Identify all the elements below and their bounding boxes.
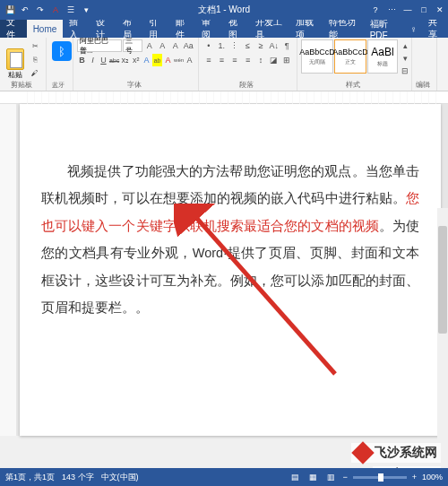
tab-home[interactable]: Home xyxy=(27,20,64,38)
document-area: 视频提供了功能强大的方法帮助您证明您的观点。当您单击联机视频时，可以在想要添加的… xyxy=(0,104,448,436)
line-spacing-icon[interactable]: ↕ xyxy=(254,54,267,66)
ribbon-options-icon[interactable]: ⋯ xyxy=(383,0,400,20)
tab-special[interactable]: 特色功能 xyxy=(323,20,363,38)
text-effects-icon[interactable]: A xyxy=(142,54,151,66)
tab-review[interactable]: 审阅 xyxy=(195,20,222,38)
style-item-normal[interactable]: AaBbCcD 正文 xyxy=(334,39,366,74)
font-color-button[interactable]: A xyxy=(163,54,173,66)
superscript-icon[interactable]: x² xyxy=(131,54,141,66)
clear-format-icon[interactable]: Aa xyxy=(182,39,194,52)
zoom-level[interactable]: 100% xyxy=(422,473,443,482)
share-button[interactable]: 共享 xyxy=(423,20,448,38)
group-label: 编辑 xyxy=(412,80,433,90)
window-title: 文档1 - Word xyxy=(198,4,250,16)
copy-icon[interactable]: ⎘ xyxy=(28,53,42,65)
save-icon[interactable]: 💾 xyxy=(4,4,16,16)
tab-references[interactable]: 引用 xyxy=(142,20,169,38)
zoom-in-icon[interactable]: + xyxy=(412,473,417,482)
group-styles: AaBbCcD 无间隔 AaBbCcD 正文 AaBl 标题 ▴ ▾ ⊟ 样式 xyxy=(297,38,412,91)
align-center-icon[interactable]: ≡ xyxy=(216,54,228,66)
underline-button[interactable]: U xyxy=(99,54,108,66)
tab-layout[interactable]: 布局 xyxy=(116,20,143,38)
help-icon[interactable]: ? xyxy=(367,0,383,20)
tab-tellme[interactable]: ♀ xyxy=(404,20,424,38)
group-clipboard: 粘贴 ✂ ⎘ 🖌 剪贴板 xyxy=(0,38,47,91)
style-item-nogap[interactable]: AaBbCcD 无间隔 xyxy=(301,39,333,74)
horizontal-ruler[interactable] xyxy=(0,91,448,104)
scroll-thumb[interactable] xyxy=(438,226,447,334)
tab-view[interactable]: 视图 xyxy=(222,20,249,38)
paste-icon xyxy=(6,48,24,70)
numbering-icon[interactable]: 1. xyxy=(216,39,228,52)
group-editing: 编辑 xyxy=(412,38,437,91)
group-label: 剪贴板 xyxy=(0,80,42,90)
font-size-combo[interactable]: 三号 xyxy=(123,39,142,52)
cut-icon[interactable]: ✂ xyxy=(28,39,42,52)
group-paragraph: • 1. ⋮ ≤ ≥ A↓ ¶ ≡ ≡ ≡ ≡ ↕ ◪ ⊞ 段落 xyxy=(199,38,297,91)
vertical-ruler[interactable] xyxy=(0,104,16,436)
status-wordcount[interactable]: 143 个字 xyxy=(62,472,94,483)
styles-up-icon[interactable]: ▴ xyxy=(399,39,411,52)
document-page[interactable]: 视频提供了功能强大的方法帮助您证明您的观点。当您单击联机视频时，可以在想要添加的… xyxy=(20,104,441,436)
bold-button[interactable]: B xyxy=(77,54,87,66)
indent-inc-icon[interactable]: ≥ xyxy=(254,39,267,52)
doc-text-run: 视频提供了功能强大的方法帮助您证明您的观点。当您单击联机视频时，可以在想要添加的… xyxy=(41,164,419,205)
borders-icon[interactable]: ⊞ xyxy=(280,54,293,66)
maximize-icon[interactable]: □ xyxy=(416,0,432,20)
shading-icon[interactable]: ◪ xyxy=(268,54,280,66)
title-bar: 💾 ↶ ↷ A ☰ ▾ 文档1 - Word ? ⋯ — □ ✕ xyxy=(0,0,448,20)
tab-insert[interactable]: 插入 xyxy=(63,20,90,38)
sort-icon[interactable]: A↓ xyxy=(268,39,280,52)
phonetic-icon[interactable]: wén xyxy=(174,54,184,66)
styles-down-icon[interactable]: ▾ xyxy=(399,52,411,65)
group-label: 段落 xyxy=(199,80,293,90)
show-marks-icon[interactable]: ¶ xyxy=(280,39,293,52)
group-label: 样式 xyxy=(297,80,408,90)
bluetooth-icon[interactable]: ᛒ xyxy=(52,41,72,61)
bullets-icon[interactable]: • xyxy=(202,39,215,52)
shrink-font-icon[interactable]: A xyxy=(156,39,168,52)
watermark-logo-icon xyxy=(351,441,374,464)
zoom-slider[interactable] xyxy=(353,476,407,479)
font-name-combo[interactable]: 阿里巴巴普... xyxy=(77,39,122,52)
redo-icon[interactable]: ↷ xyxy=(34,4,47,16)
strike-button[interactable]: abc xyxy=(109,54,119,66)
char-border-icon[interactable]: A xyxy=(185,54,194,66)
style-item-heading[interactable]: AaBl 标题 xyxy=(367,39,398,74)
group-font: 阿里巴巴普... 三号 A A A Aa B I U abc x₂ x² A a… xyxy=(73,38,199,91)
font-color-icon[interactable]: A xyxy=(49,4,62,16)
highlight-icon[interactable]: ab xyxy=(152,54,162,66)
indent-dec-icon[interactable]: ≤ xyxy=(242,39,254,52)
tab-foxit[interactable]: 福昕PDF xyxy=(364,20,404,38)
multilevel-icon[interactable]: ⋮ xyxy=(228,39,241,52)
document-body[interactable]: 视频提供了功能强大的方法帮助您证明您的观点。当您单击联机视频时，可以在想要添加的… xyxy=(41,158,419,322)
minimize-icon[interactable]: — xyxy=(400,0,416,20)
group-label: 字体 xyxy=(73,80,194,90)
align-left-icon[interactable]: ≡ xyxy=(202,54,215,66)
tab-devtools[interactable]: 开发工具 xyxy=(249,20,289,38)
touch-icon[interactable]: ☰ xyxy=(65,4,77,16)
change-case-icon[interactable]: A xyxy=(169,39,182,52)
close-icon[interactable]: ✕ xyxy=(432,0,448,20)
italic-button[interactable]: I xyxy=(88,54,98,66)
justify-icon[interactable]: ≡ xyxy=(242,54,254,66)
tab-file[interactable]: 文件 xyxy=(0,20,27,38)
tab-addins[interactable]: 加载项 xyxy=(289,20,323,38)
web-layout-icon[interactable]: ▥ xyxy=(324,471,337,483)
styles-more-icon[interactable]: ⊟ xyxy=(399,65,411,77)
status-language[interactable]: 中文(中国) xyxy=(101,472,139,483)
read-mode-icon[interactable]: ▤ xyxy=(289,471,301,483)
grow-font-icon[interactable]: A xyxy=(143,39,156,52)
status-bar: 第1页，共1页 143 个字 中文(中国) ▤ ▦ ▥ − + 100% xyxy=(0,468,448,486)
print-layout-icon[interactable]: ▦ xyxy=(306,471,319,483)
subscript-icon[interactable]: x₂ xyxy=(120,54,130,66)
zoom-out-icon[interactable]: − xyxy=(342,473,347,482)
qat-more-icon[interactable]: ▾ xyxy=(80,4,92,16)
format-painter-icon[interactable]: 🖌 xyxy=(28,66,42,79)
align-right-icon[interactable]: ≡ xyxy=(228,54,241,66)
group-bluetooth: ᛒ 蓝牙 xyxy=(47,38,73,91)
status-page[interactable]: 第1页，共1页 xyxy=(5,472,55,483)
tab-design[interactable]: 设计 xyxy=(90,20,116,38)
undo-icon[interactable]: ↶ xyxy=(19,4,31,16)
tab-mailings[interactable]: 邮件 xyxy=(169,20,196,38)
